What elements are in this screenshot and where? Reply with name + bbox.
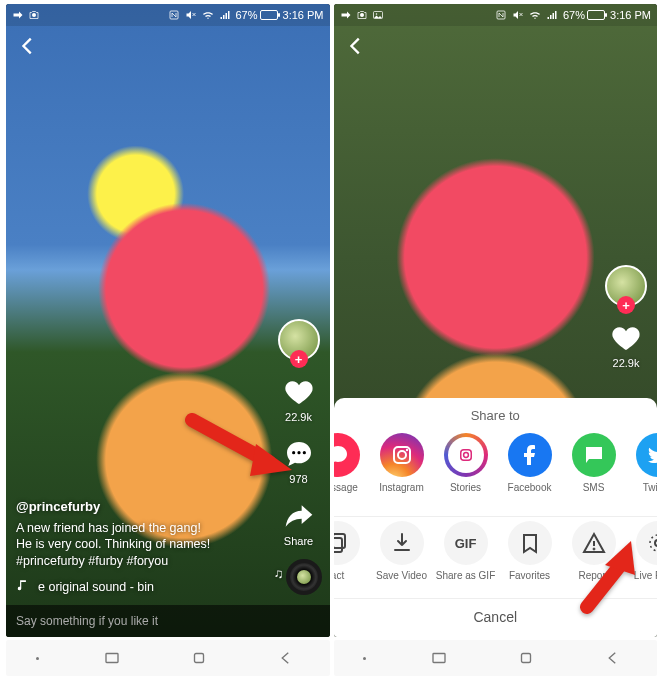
svg-rect-29 xyxy=(522,654,531,663)
like-count: 22.9k xyxy=(613,357,640,369)
nav-recents[interactable] xyxy=(98,644,126,672)
twitter-icon xyxy=(646,443,658,467)
svg-point-18 xyxy=(463,453,468,458)
nav-dot xyxy=(363,657,366,660)
share-sheet-title: Share to xyxy=(334,398,658,429)
author-avatar[interactable]: + xyxy=(278,319,320,361)
caption-hashtags[interactable]: #princefurby #furby #foryou xyxy=(16,554,168,568)
share-status-icon xyxy=(12,9,24,21)
svg-rect-28 xyxy=(433,654,445,663)
nfc-icon xyxy=(168,9,180,21)
nav-bar-right xyxy=(334,640,658,676)
share-app-facebook[interactable]: Facebook xyxy=(498,433,562,504)
caption-line: A new friend has joined the gang! xyxy=(16,521,201,535)
action-rail: + 22.9k xyxy=(601,265,651,369)
music-notes-icon: ♫ xyxy=(274,566,284,581)
share-label: Twitter xyxy=(643,482,657,504)
svg-point-23 xyxy=(655,540,658,546)
share-label: Facebook xyxy=(508,482,552,504)
bookmark-icon xyxy=(518,531,542,555)
share-action-gif[interactable]: GIF Share as GIF xyxy=(434,521,498,592)
svg-rect-19 xyxy=(334,534,345,548)
share-app-stories[interactable]: Stories xyxy=(434,433,498,504)
svg-point-8 xyxy=(360,13,364,17)
chat-icon xyxy=(334,443,350,467)
svg-point-24 xyxy=(650,535,658,551)
share-label: Stories xyxy=(450,482,481,504)
instagram-icon xyxy=(390,443,414,467)
signal-icon xyxy=(219,9,231,21)
nfc-icon xyxy=(495,9,507,21)
nav-home[interactable] xyxy=(512,644,540,672)
follow-plus-icon[interactable]: + xyxy=(290,350,308,368)
gif-icon: GIF xyxy=(455,536,477,551)
callout-arrow-livephoto xyxy=(567,535,647,619)
camera-status-icon xyxy=(28,9,40,21)
download-icon xyxy=(390,531,414,555)
back-button[interactable] xyxy=(14,32,42,60)
sms-icon xyxy=(582,443,606,467)
sound-disc[interactable] xyxy=(286,559,322,595)
share-app-instagram[interactable]: Instagram xyxy=(370,433,434,504)
battery-indicator: 67% xyxy=(563,9,605,21)
status-bar: 67% 3:16 PM xyxy=(334,4,658,26)
caption-line: He is very cool. Thinking of names! xyxy=(16,537,210,551)
nav-back[interactable] xyxy=(599,644,627,672)
wifi-icon xyxy=(529,9,541,21)
facebook-icon xyxy=(518,443,542,467)
battery-indicator: 67% xyxy=(236,9,278,21)
wifi-icon xyxy=(202,9,214,21)
share-action-save-video[interactable]: Save Video xyxy=(370,521,434,592)
camera-status-icon xyxy=(356,9,368,21)
phone-left: 67% 3:16 PM + 22.9k 978 xyxy=(6,4,330,637)
nav-home[interactable] xyxy=(185,644,213,672)
heart-icon xyxy=(609,321,643,355)
follow-plus-icon[interactable]: + xyxy=(617,296,635,314)
android-nav-bars xyxy=(6,640,657,676)
back-button[interactable] xyxy=(342,32,370,60)
share-button[interactable]: Share xyxy=(282,499,316,547)
author-avatar[interactable]: + xyxy=(605,265,647,307)
author-username[interactable]: @princefurby xyxy=(16,498,270,516)
share-label: Favorites xyxy=(509,570,550,592)
sound-title: e original sound - bin xyxy=(38,579,154,596)
share-label: SMS xyxy=(583,482,605,504)
share-label: Instagram xyxy=(379,482,423,504)
share-app-message[interactable]: Message xyxy=(334,433,370,504)
svg-rect-26 xyxy=(106,654,118,663)
clock: 3:16 PM xyxy=(283,9,324,21)
signal-icon xyxy=(546,9,558,21)
share-action-favorites[interactable]: Favorites xyxy=(498,521,562,592)
share-label: act xyxy=(334,570,345,592)
nav-back[interactable] xyxy=(272,644,300,672)
share-label: Save Video xyxy=(376,570,427,592)
svg-marker-7 xyxy=(250,444,292,476)
svg-point-15 xyxy=(398,451,406,459)
video-caption: @princefurby A new friend has joined the… xyxy=(16,498,270,597)
battery-percent: 67% xyxy=(236,9,258,21)
svg-point-5 xyxy=(297,451,300,454)
phone-right: 67% 3:16 PM + 22.9k Share to xyxy=(334,4,658,637)
nav-bar-left xyxy=(6,640,330,676)
svg-point-10 xyxy=(375,13,377,15)
svg-rect-17 xyxy=(460,450,471,461)
heart-icon xyxy=(282,375,316,409)
svg-rect-27 xyxy=(194,654,203,663)
share-icon xyxy=(282,499,316,533)
share-app-sms[interactable]: SMS xyxy=(562,433,626,504)
sound-row[interactable]: e original sound - bin xyxy=(16,578,270,597)
svg-point-6 xyxy=(302,451,305,454)
share-row-apps: Message Instagram Stories Facebook xyxy=(334,429,658,517)
share-status-icon xyxy=(340,9,352,21)
comment-input[interactable]: Say something if you like it xyxy=(6,605,330,637)
copy-icon xyxy=(334,531,350,555)
nav-recents[interactable] xyxy=(425,644,453,672)
stories-icon xyxy=(457,446,475,464)
share-app-twitter[interactable]: Twitter xyxy=(626,433,658,504)
status-bar: 67% 3:16 PM xyxy=(6,4,330,26)
image-status-icon xyxy=(372,9,384,21)
mute-icon xyxy=(512,9,524,21)
battery-percent: 67% xyxy=(563,9,585,21)
share-action-act[interactable]: act xyxy=(334,521,370,592)
like-button[interactable]: 22.9k xyxy=(609,321,643,369)
